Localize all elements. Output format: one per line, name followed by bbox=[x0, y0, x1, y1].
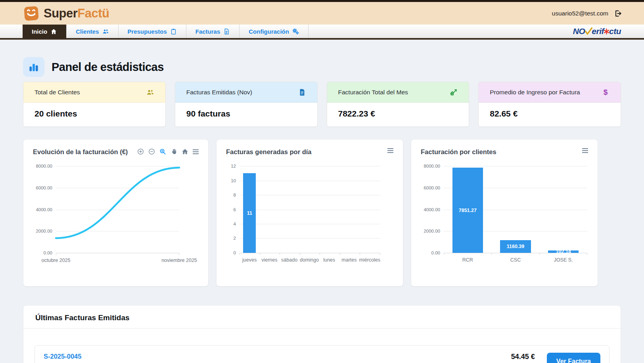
stat-cards-row: Total de Clientes 20 clientes Facturas E… bbox=[23, 82, 621, 127]
y-tick: 4 bbox=[234, 222, 236, 226]
latest-invoices-title: Últimas Facturas Emitidas bbox=[23, 313, 621, 329]
x-axis-labels: jueves viernes sábado domingo lunes mart… bbox=[240, 257, 380, 263]
zoom-in-icon[interactable] bbox=[137, 148, 144, 155]
logo-text: SuperFactü bbox=[44, 6, 109, 21]
dollar-icon: $ bbox=[602, 88, 610, 96]
users-icon bbox=[102, 28, 109, 35]
y-tick: 2000.00 bbox=[36, 229, 52, 233]
invoice-row: S-2025-0045 RCR 54.45 € 14-11-2025 Ver F… bbox=[34, 345, 610, 363]
daily-chart-card: Facturas generadas por día 12 10 8 6 4 2… bbox=[216, 139, 403, 287]
charts-row: Evolución de la facturación (€) 8000.00 … bbox=[23, 139, 621, 287]
x-axis-labels: RCR CSC JOSE S. bbox=[444, 257, 587, 263]
y-tick: 6000.00 bbox=[424, 185, 440, 190]
stat-label: Facturas Emitidas (Nov) bbox=[186, 89, 252, 96]
evolution-line-series bbox=[56, 166, 179, 253]
tab-facturas[interactable]: Facturas bbox=[186, 25, 240, 38]
stat-value: 7822.23 € bbox=[327, 103, 469, 126]
stat-value: 20 clientes bbox=[23, 103, 165, 126]
y-tick: 12 bbox=[231, 164, 236, 168]
bar-jueves: 11 bbox=[243, 173, 256, 253]
evolution-chart-plot: 8000.00 6000.00 4000.00 2000.00 0.00 oct… bbox=[56, 166, 179, 253]
tab-presupuestos[interactable]: Presupuestos bbox=[119, 25, 186, 38]
tab-configuracion-label: Configuración bbox=[249, 28, 289, 35]
clients-chart-card: Facturación por clientes 8000.00 6000.00… bbox=[411, 139, 598, 287]
money-chart-icon bbox=[450, 88, 458, 96]
users-icon bbox=[146, 88, 154, 96]
noverifactu-logo: NO erif ctu bbox=[573, 25, 621, 38]
bar-value-label: 102.14 bbox=[556, 249, 571, 254]
home-icon bbox=[50, 28, 57, 35]
x-label: octubre 2025 bbox=[42, 258, 71, 263]
chart-title: Facturación por clientes bbox=[421, 148, 588, 156]
chart-menu-icon[interactable] bbox=[387, 148, 393, 153]
stat-card-facturas-emitidas: Facturas Emitidas (Nov) 90 facturas bbox=[175, 82, 318, 127]
bar-csc: 1160.39 bbox=[500, 240, 531, 253]
evolution-chart-card: Evolución de la facturación (€) 8000.00 … bbox=[23, 139, 209, 287]
y-tick: 2 bbox=[234, 236, 236, 241]
reset-home-icon[interactable] bbox=[182, 148, 188, 155]
file-icon bbox=[298, 88, 306, 96]
stat-label: Total de Clientes bbox=[34, 89, 80, 96]
y-tick: 2000.00 bbox=[424, 229, 440, 233]
stats-panel-icon bbox=[23, 57, 44, 77]
chart-menu-icon[interactable] bbox=[582, 148, 588, 153]
stat-card-clientes: Total de Clientes 20 clientes bbox=[23, 82, 166, 127]
invoice-number-link[interactable]: S-2025-0045 bbox=[44, 353, 81, 360]
chart-toolbar bbox=[137, 148, 199, 155]
y-tick: 6 bbox=[234, 207, 236, 212]
tab-clientes-label: Clientes bbox=[76, 28, 99, 35]
zoom-out-icon[interactable] bbox=[148, 148, 155, 155]
app-logo[interactable]: SuperFactü bbox=[23, 5, 109, 22]
page-title: Panel de estádisticas bbox=[52, 61, 164, 74]
view-invoice-button[interactable]: Ver Factura bbox=[547, 353, 600, 363]
stat-label: Promedio de Ingreso por Factura bbox=[490, 89, 580, 96]
y-tick: 8000.00 bbox=[36, 164, 52, 168]
tab-configuracion[interactable]: Configuración bbox=[240, 25, 309, 38]
stat-label: Facturación Total del Mes bbox=[338, 89, 408, 96]
y-tick: 0.00 bbox=[44, 250, 52, 255]
tab-facturas-label: Facturas bbox=[196, 28, 220, 35]
gears-icon bbox=[292, 28, 299, 35]
y-tick: 0.00 bbox=[431, 250, 440, 255]
file-icon bbox=[223, 28, 230, 35]
clipboard-icon bbox=[170, 28, 177, 35]
selection-zoom-icon[interactable] bbox=[159, 148, 166, 155]
smiley-logo-icon bbox=[23, 5, 40, 22]
y-tick: 0 bbox=[234, 250, 236, 255]
bar-value-label: 7851.27 bbox=[459, 208, 477, 213]
logout-icon[interactable] bbox=[614, 10, 622, 17]
user-email: usuario52@test.com bbox=[552, 10, 608, 17]
x-label: noviembre 2025 bbox=[161, 258, 197, 263]
bar-value-label: 11 bbox=[247, 210, 252, 216]
y-tick: 8000.00 bbox=[424, 164, 440, 168]
clients-chart-plot: 8000.00 6000.00 4000.00 2000.00 0.00 785… bbox=[444, 166, 587, 253]
tab-clientes[interactable]: Clientes bbox=[67, 25, 118, 38]
tab-inicio-label: Inicio bbox=[32, 28, 47, 35]
latest-invoices-section: Últimas Facturas Emitidas S-2025-0045 RC… bbox=[23, 305, 621, 363]
stat-card-promedio: Promedio de Ingreso por Factura $ 82.65 … bbox=[478, 82, 621, 127]
app-header: SuperFactü usuario52@test.com bbox=[0, 2, 644, 25]
tab-presupuestos-label: Presupuestos bbox=[128, 28, 167, 35]
y-tick: 8 bbox=[234, 193, 236, 197]
bar-value-label: 1160.39 bbox=[507, 244, 525, 249]
stat-value: 82.65 € bbox=[479, 103, 621, 126]
bar-jose-s: 102.14 bbox=[548, 250, 579, 253]
verifactu-asterisk-icon bbox=[604, 29, 610, 34]
y-tick: 4000.00 bbox=[36, 207, 52, 212]
bar-chart-icon bbox=[28, 61, 40, 73]
invoice-amount: 54.45 € bbox=[507, 353, 535, 361]
daily-chart-plot: 12 10 8 6 4 2 0 11 bbox=[240, 166, 380, 253]
chart-menu-icon[interactable] bbox=[193, 149, 199, 154]
pan-hand-icon[interactable] bbox=[171, 148, 177, 155]
bar-rcr: 7851.27 bbox=[452, 168, 483, 253]
stat-value: 90 facturas bbox=[175, 103, 317, 126]
page-title-row: Panel de estádisticas bbox=[23, 57, 621, 77]
y-tick: 6000.00 bbox=[36, 185, 52, 190]
y-tick: 10 bbox=[231, 178, 236, 183]
chart-title: Facturas generadas por día bbox=[226, 148, 393, 156]
tab-inicio[interactable]: Inicio bbox=[23, 25, 67, 38]
evolution-line-path bbox=[56, 168, 179, 238]
y-tick: 4000.00 bbox=[424, 207, 440, 212]
stat-card-facturacion-mes: Facturación Total del Mes 7822.23 € bbox=[327, 82, 470, 127]
main-nav: Inicio Clientes Presupuestos Facturas Co… bbox=[0, 25, 644, 40]
